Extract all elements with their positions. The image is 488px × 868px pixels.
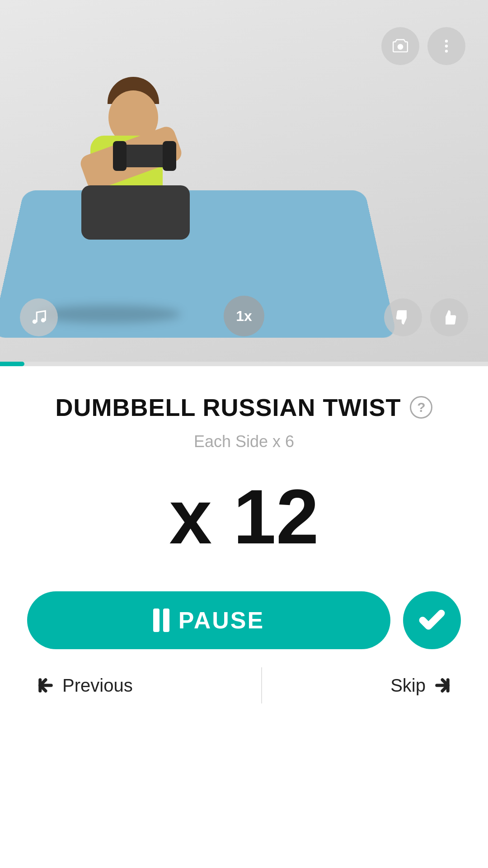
- svg-point-3: [445, 50, 448, 52]
- svg-point-4: [33, 320, 37, 324]
- previous-label: Previous: [62, 675, 133, 696]
- char-legs: [81, 185, 190, 240]
- info-button[interactable]: ?: [410, 396, 432, 419]
- skip-icon: [433, 676, 452, 695]
- thumb-icons: [384, 298, 468, 336]
- more-icon: [438, 38, 455, 55]
- dumbbell: [117, 145, 172, 167]
- svg-point-5: [41, 318, 46, 323]
- exercise-title: DUMBBELL RUSSIAN TWIST: [56, 393, 401, 421]
- exercise-subtitle: Each Side x 6: [27, 432, 461, 451]
- speed-label: 1x: [236, 308, 252, 325]
- progress-strip: [0, 362, 488, 366]
- progress-fill: [0, 362, 24, 366]
- thumbs-down-icon: [394, 309, 412, 326]
- nav-divider: [261, 667, 262, 703]
- music-icon: [30, 309, 47, 326]
- camera-icon: [392, 38, 409, 55]
- music-button[interactable]: [20, 298, 58, 336]
- rep-count: x 12: [27, 478, 461, 555]
- character-shadow: [36, 305, 181, 323]
- music-icon-circle[interactable]: [20, 298, 58, 336]
- previous-button[interactable]: Previous: [36, 675, 133, 696]
- pause-icon: [153, 609, 169, 632]
- check-icon: [418, 606, 446, 634]
- thumbs-down-button[interactable]: [384, 298, 422, 336]
- more-button[interactable]: [427, 27, 465, 65]
- thumbs-up-button[interactable]: [430, 298, 468, 336]
- skip-button[interactable]: Skip: [390, 675, 452, 696]
- svg-point-1: [445, 40, 448, 42]
- exercise-visual: 1x: [0, 0, 488, 362]
- nav-row: Previous Skip: [0, 649, 488, 703]
- pause-button[interactable]: PAUSE: [27, 591, 390, 649]
- svg-point-0: [398, 44, 404, 50]
- pause-bar-right: [163, 609, 169, 632]
- pause-bar-left: [153, 609, 160, 632]
- rep-number: 12: [233, 474, 319, 560]
- skip-label: Skip: [390, 675, 426, 696]
- thumbs-up-icon: [441, 309, 458, 326]
- speed-badge[interactable]: 1x: [224, 296, 264, 336]
- complete-button[interactable]: [403, 591, 461, 649]
- exercise-title-row: DUMBBELL RUSSIAN TWIST ?: [27, 393, 461, 421]
- content-area: DUMBBELL RUSSIAN TWIST ? Each Side x 6 x…: [0, 366, 488, 555]
- camera-button[interactable]: [381, 27, 419, 65]
- top-icons: [381, 27, 465, 65]
- rep-prefix: x: [169, 474, 212, 560]
- pause-label: PAUSE: [178, 607, 264, 634]
- button-row: PAUSE: [0, 591, 488, 649]
- previous-icon: [36, 676, 55, 695]
- exercise-character: [54, 95, 244, 267]
- svg-point-2: [445, 45, 448, 47]
